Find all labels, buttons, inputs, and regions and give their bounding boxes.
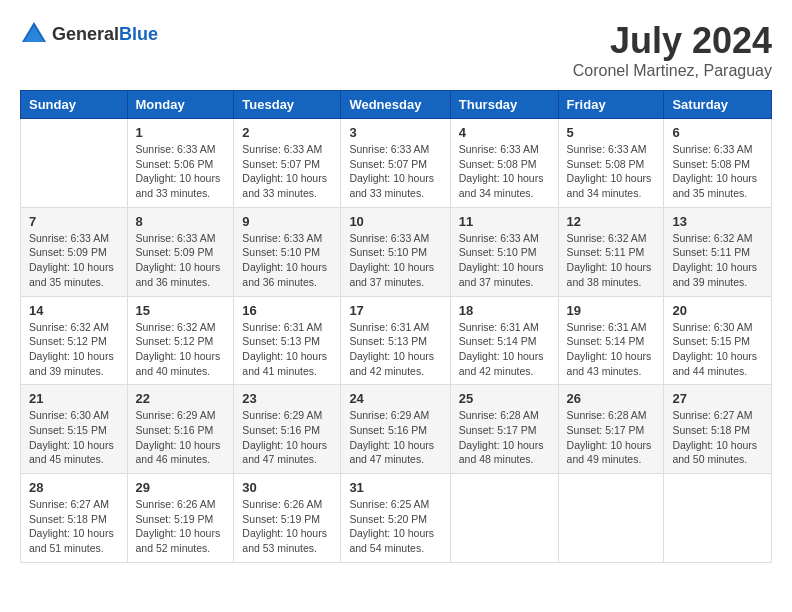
table-row: 24Sunrise: 6:29 AMSunset: 5:16 PMDayligh… <box>341 385 450 474</box>
table-row: 21Sunrise: 6:30 AMSunset: 5:15 PMDayligh… <box>21 385 128 474</box>
table-row: 10Sunrise: 6:33 AMSunset: 5:10 PMDayligh… <box>341 207 450 296</box>
day-info: Sunrise: 6:33 AMSunset: 5:08 PMDaylight:… <box>567 142 656 201</box>
table-row: 29Sunrise: 6:26 AMSunset: 5:19 PMDayligh… <box>127 474 234 563</box>
day-number: 26 <box>567 391 656 406</box>
day-number: 28 <box>29 480 119 495</box>
calendar-week-row: 7Sunrise: 6:33 AMSunset: 5:09 PMDaylight… <box>21 207 772 296</box>
table-row: 16Sunrise: 6:31 AMSunset: 5:13 PMDayligh… <box>234 296 341 385</box>
table-row: 15Sunrise: 6:32 AMSunset: 5:12 PMDayligh… <box>127 296 234 385</box>
table-row: 17Sunrise: 6:31 AMSunset: 5:13 PMDayligh… <box>341 296 450 385</box>
table-row: 20Sunrise: 6:30 AMSunset: 5:15 PMDayligh… <box>664 296 772 385</box>
day-number: 23 <box>242 391 332 406</box>
day-number: 25 <box>459 391 550 406</box>
day-number: 22 <box>136 391 226 406</box>
table-row: 27Sunrise: 6:27 AMSunset: 5:18 PMDayligh… <box>664 385 772 474</box>
day-number: 2 <box>242 125 332 140</box>
day-number: 15 <box>136 303 226 318</box>
day-info: Sunrise: 6:27 AMSunset: 5:18 PMDaylight:… <box>672 408 763 467</box>
day-number: 24 <box>349 391 441 406</box>
table-row: 13Sunrise: 6:32 AMSunset: 5:11 PMDayligh… <box>664 207 772 296</box>
day-number: 16 <box>242 303 332 318</box>
day-info: Sunrise: 6:33 AMSunset: 5:07 PMDaylight:… <box>349 142 441 201</box>
day-info: Sunrise: 6:29 AMSunset: 5:16 PMDaylight:… <box>349 408 441 467</box>
table-row: 1Sunrise: 6:33 AMSunset: 5:06 PMDaylight… <box>127 119 234 208</box>
day-info: Sunrise: 6:32 AMSunset: 5:12 PMDaylight:… <box>136 320 226 379</box>
day-info: Sunrise: 6:31 AMSunset: 5:13 PMDaylight:… <box>242 320 332 379</box>
calendar-header-row: Sunday Monday Tuesday Wednesday Thursday… <box>21 91 772 119</box>
table-row <box>21 119 128 208</box>
day-info: Sunrise: 6:29 AMSunset: 5:16 PMDaylight:… <box>136 408 226 467</box>
col-sunday: Sunday <box>21 91 128 119</box>
day-info: Sunrise: 6:32 AMSunset: 5:11 PMDaylight:… <box>672 231 763 290</box>
day-number: 14 <box>29 303 119 318</box>
day-info: Sunrise: 6:33 AMSunset: 5:10 PMDaylight:… <box>459 231 550 290</box>
calendar-week-row: 14Sunrise: 6:32 AMSunset: 5:12 PMDayligh… <box>21 296 772 385</box>
day-info: Sunrise: 6:31 AMSunset: 5:13 PMDaylight:… <box>349 320 441 379</box>
day-info: Sunrise: 6:32 AMSunset: 5:12 PMDaylight:… <box>29 320 119 379</box>
table-row: 11Sunrise: 6:33 AMSunset: 5:10 PMDayligh… <box>450 207 558 296</box>
month-year-title: July 2024 <box>573 20 772 62</box>
day-info: Sunrise: 6:26 AMSunset: 5:19 PMDaylight:… <box>242 497 332 556</box>
day-number: 20 <box>672 303 763 318</box>
day-number: 11 <box>459 214 550 229</box>
day-info: Sunrise: 6:33 AMSunset: 5:08 PMDaylight:… <box>672 142 763 201</box>
col-saturday: Saturday <box>664 91 772 119</box>
table-row <box>664 474 772 563</box>
table-row: 23Sunrise: 6:29 AMSunset: 5:16 PMDayligh… <box>234 385 341 474</box>
day-info: Sunrise: 6:33 AMSunset: 5:07 PMDaylight:… <box>242 142 332 201</box>
day-number: 7 <box>29 214 119 229</box>
col-monday: Monday <box>127 91 234 119</box>
location-subtitle: Coronel Martinez, Paraguay <box>573 62 772 80</box>
col-thursday: Thursday <box>450 91 558 119</box>
title-section: July 2024 Coronel Martinez, Paraguay <box>573 20 772 80</box>
day-info: Sunrise: 6:31 AMSunset: 5:14 PMDaylight:… <box>459 320 550 379</box>
day-number: 12 <box>567 214 656 229</box>
day-info: Sunrise: 6:28 AMSunset: 5:17 PMDaylight:… <box>459 408 550 467</box>
table-row: 22Sunrise: 6:29 AMSunset: 5:16 PMDayligh… <box>127 385 234 474</box>
day-info: Sunrise: 6:33 AMSunset: 5:10 PMDaylight:… <box>242 231 332 290</box>
col-tuesday: Tuesday <box>234 91 341 119</box>
day-number: 5 <box>567 125 656 140</box>
table-row: 19Sunrise: 6:31 AMSunset: 5:14 PMDayligh… <box>558 296 664 385</box>
table-row <box>558 474 664 563</box>
day-number: 21 <box>29 391 119 406</box>
table-row: 5Sunrise: 6:33 AMSunset: 5:08 PMDaylight… <box>558 119 664 208</box>
day-info: Sunrise: 6:32 AMSunset: 5:11 PMDaylight:… <box>567 231 656 290</box>
day-info: Sunrise: 6:33 AMSunset: 5:09 PMDaylight:… <box>29 231 119 290</box>
day-number: 13 <box>672 214 763 229</box>
day-number: 18 <box>459 303 550 318</box>
day-info: Sunrise: 6:25 AMSunset: 5:20 PMDaylight:… <box>349 497 441 556</box>
table-row: 31Sunrise: 6:25 AMSunset: 5:20 PMDayligh… <box>341 474 450 563</box>
day-info: Sunrise: 6:33 AMSunset: 5:10 PMDaylight:… <box>349 231 441 290</box>
day-info: Sunrise: 6:29 AMSunset: 5:16 PMDaylight:… <box>242 408 332 467</box>
table-row: 18Sunrise: 6:31 AMSunset: 5:14 PMDayligh… <box>450 296 558 385</box>
day-number: 3 <box>349 125 441 140</box>
table-row: 7Sunrise: 6:33 AMSunset: 5:09 PMDaylight… <box>21 207 128 296</box>
logo: GeneralBlue <box>20 20 158 48</box>
table-row: 28Sunrise: 6:27 AMSunset: 5:18 PMDayligh… <box>21 474 128 563</box>
col-wednesday: Wednesday <box>341 91 450 119</box>
table-row: 12Sunrise: 6:32 AMSunset: 5:11 PMDayligh… <box>558 207 664 296</box>
page-header: GeneralBlue July 2024 Coronel Martinez, … <box>20 20 772 80</box>
logo-icon <box>20 20 48 48</box>
day-number: 17 <box>349 303 441 318</box>
day-info: Sunrise: 6:33 AMSunset: 5:08 PMDaylight:… <box>459 142 550 201</box>
day-info: Sunrise: 6:33 AMSunset: 5:09 PMDaylight:… <box>136 231 226 290</box>
calendar-week-row: 28Sunrise: 6:27 AMSunset: 5:18 PMDayligh… <box>21 474 772 563</box>
day-info: Sunrise: 6:27 AMSunset: 5:18 PMDaylight:… <box>29 497 119 556</box>
day-number: 10 <box>349 214 441 229</box>
day-number: 4 <box>459 125 550 140</box>
table-row: 9Sunrise: 6:33 AMSunset: 5:10 PMDaylight… <box>234 207 341 296</box>
logo-general-text: GeneralBlue <box>52 24 158 45</box>
day-number: 6 <box>672 125 763 140</box>
table-row: 14Sunrise: 6:32 AMSunset: 5:12 PMDayligh… <box>21 296 128 385</box>
day-number: 31 <box>349 480 441 495</box>
table-row: 25Sunrise: 6:28 AMSunset: 5:17 PMDayligh… <box>450 385 558 474</box>
day-number: 30 <box>242 480 332 495</box>
col-friday: Friday <box>558 91 664 119</box>
day-info: Sunrise: 6:31 AMSunset: 5:14 PMDaylight:… <box>567 320 656 379</box>
table-row: 6Sunrise: 6:33 AMSunset: 5:08 PMDaylight… <box>664 119 772 208</box>
calendar-week-row: 1Sunrise: 6:33 AMSunset: 5:06 PMDaylight… <box>21 119 772 208</box>
table-row: 30Sunrise: 6:26 AMSunset: 5:19 PMDayligh… <box>234 474 341 563</box>
table-row: 26Sunrise: 6:28 AMSunset: 5:17 PMDayligh… <box>558 385 664 474</box>
